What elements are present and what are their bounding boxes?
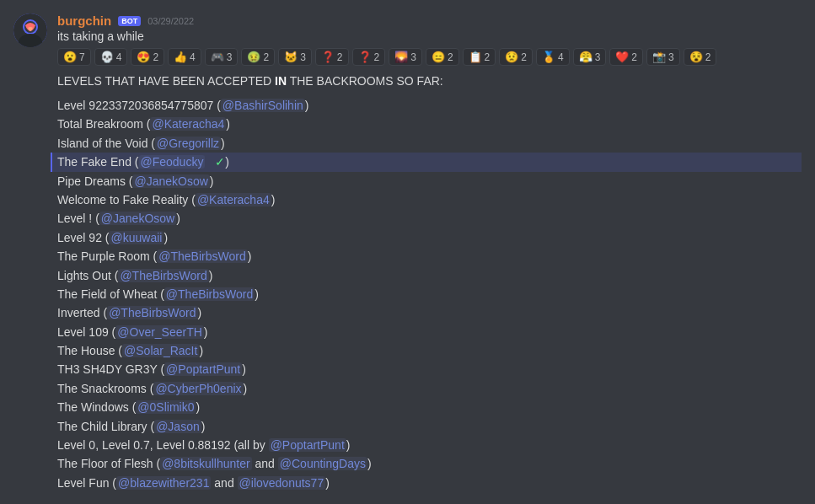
reaction-emoji-14: 😤 bbox=[579, 51, 592, 63]
reaction-15[interactable]: ❤️2 bbox=[609, 48, 643, 66]
levels-header: LEVELS THAT HAVE BEEN ACCEPTED IN THE BA… bbox=[57, 74, 802, 88]
reaction-count-4: 3 bbox=[227, 51, 233, 63]
mention-blazewither231[interactable]: @blazewither231 bbox=[116, 476, 211, 490]
mention-janekosow-1[interactable]: @JanekOsow bbox=[132, 174, 209, 188]
reaction-count-14: 3 bbox=[595, 51, 601, 63]
level-line-1: Total Breakroom (@Kateracha4) bbox=[57, 115, 802, 133]
mention-poptartpunt-1[interactable]: @PoptartPunt bbox=[164, 362, 242, 376]
reaction-14[interactable]: 😤3 bbox=[573, 48, 607, 66]
reaction-emoji-12: 😟 bbox=[505, 51, 518, 63]
reaction-2[interactable]: 😍2 bbox=[131, 48, 164, 66]
mention-feoducky[interactable]: @Feoducky bbox=[139, 155, 206, 169]
mention-thebirbsword-2[interactable]: @TheBirbsWord bbox=[118, 269, 208, 282]
mention-bashirsolihin[interactable]: @BashirSolihin bbox=[221, 99, 305, 112]
reaction-10[interactable]: 😑2 bbox=[426, 48, 459, 66]
subtitle: its taking a while bbox=[57, 29, 802, 43]
level-line-7: Level 92 (@kuuwaii) bbox=[57, 228, 802, 247]
level-line-16: The Windows (@0Slimik0) bbox=[57, 398, 802, 416]
checkmark-icon: ✓ bbox=[212, 155, 225, 169]
reaction-count-0: 7 bbox=[79, 51, 85, 63]
message: burgchin BOT 03/29/2022 its taking a whi… bbox=[0, 0, 815, 504]
reaction-count-6: 3 bbox=[300, 51, 306, 63]
message-header: burgchin BOT 03/29/2022 bbox=[57, 13, 802, 28]
reaction-emoji-4: 🎮 bbox=[211, 51, 224, 63]
timestamp: 03/29/2022 bbox=[147, 16, 194, 26]
reaction-count-1: 4 bbox=[116, 51, 122, 63]
reaction-5[interactable]: 🤢2 bbox=[241, 48, 275, 66]
mention-poptartpunt-2[interactable]: @PoptartPunt bbox=[269, 438, 346, 452]
mention-thebirbsword-4[interactable]: @TheBirbsWord bbox=[107, 306, 197, 319]
level-line-6: Level ! (@JanekOsow) bbox=[57, 209, 802, 228]
reaction-emoji-5: 🤢 bbox=[247, 51, 260, 63]
reaction-count-5: 2 bbox=[263, 51, 269, 63]
level-line-3-highlighted: The Fake End (@Feoducky ✓) bbox=[51, 153, 802, 171]
level-line-15: The Snackrooms (@CyberPh0enix) bbox=[57, 379, 802, 398]
mention-thebirbsword-3[interactable]: @TheBirbsWord bbox=[164, 287, 255, 301]
level-line-19: The Floor of Flesh (@8bitskullhunter and… bbox=[57, 454, 802, 473]
level-line-11: Inverted (@TheBirbsWord) bbox=[57, 303, 802, 322]
level-line-5: Welcome to Fake Reality (@Kateracha4) bbox=[57, 190, 802, 209]
level-line-9: Lights Out (@TheBirbsWord) bbox=[57, 266, 802, 285]
reaction-emoji-8: ❓ bbox=[358, 51, 372, 63]
reaction-11[interactable]: 📋2 bbox=[463, 48, 496, 66]
reaction-emoji-15: ❤️ bbox=[615, 51, 629, 63]
level-line-18: Level 0, Level 0.7, Level 0.88192 (all b… bbox=[57, 436, 802, 454]
avatar bbox=[13, 13, 47, 47]
reaction-6[interactable]: 🐱3 bbox=[278, 48, 312, 66]
level-line-14: TH3 SH4DY GR3Y (@PoptartPunt) bbox=[57, 360, 802, 378]
mention-thebirbsword-1[interactable]: @TheBirbsWord bbox=[157, 249, 247, 263]
levels-section: LEVELS THAT HAVE BEEN ACCEPTED IN THE BA… bbox=[57, 74, 802, 492]
reaction-count-11: 2 bbox=[485, 51, 491, 63]
reaction-emoji-3: 👍 bbox=[174, 51, 187, 63]
mention-8bitskullhunter[interactable]: @8bitskullhunter bbox=[160, 457, 252, 470]
mention-kuuwaii[interactable]: @kuuwaii bbox=[109, 231, 164, 244]
mention-0slimik0[interactable]: @0Slimik0 bbox=[136, 400, 196, 414]
level-line-10: The Field of Wheat (@TheBirbsWord) bbox=[57, 285, 802, 303]
mention-janekosow-2[interactable]: @JanekOsow bbox=[99, 212, 176, 225]
reaction-count-16: 3 bbox=[668, 51, 674, 63]
mention-solarracit[interactable]: @Solar_RacIt bbox=[122, 344, 199, 357]
reaction-3[interactable]: 👍4 bbox=[168, 48, 201, 66]
reaction-count-3: 4 bbox=[190, 51, 196, 63]
reaction-count-17: 2 bbox=[705, 51, 711, 63]
reaction-12[interactable]: 😟2 bbox=[499, 48, 533, 66]
reaction-17[interactable]: 😵2 bbox=[684, 48, 717, 66]
reaction-count-8: 2 bbox=[374, 51, 380, 63]
reaction-7[interactable]: ❓2 bbox=[315, 48, 349, 66]
mention-kateracha4-1[interactable]: @Kateracha4 bbox=[150, 117, 226, 131]
level-line-13: The House (@Solar_RacIt) bbox=[57, 341, 802, 360]
mention-gregorillz[interactable]: @Gregorillz bbox=[155, 137, 221, 150]
reaction-0[interactable]: 😮7 bbox=[57, 48, 91, 66]
level-line-17: The Child Library (@Jason) bbox=[57, 417, 802, 436]
reaction-8[interactable]: ❓2 bbox=[352, 48, 386, 66]
level-line-0: Level 9223372036854775807 (@BashirSolihi… bbox=[57, 96, 802, 115]
mention-kateracha4-2[interactable]: @Kateracha4 bbox=[196, 193, 271, 206]
reaction-emoji-16: 📸 bbox=[652, 51, 666, 63]
reaction-16[interactable]: 📸3 bbox=[646, 48, 680, 66]
mention-jason[interactable]: @Jason bbox=[154, 420, 201, 433]
level-line-20: Level Fun (@blazewither231 and @ilovedon… bbox=[57, 474, 802, 492]
reaction-emoji-0: 😮 bbox=[63, 51, 77, 63]
mention-cyberph0enix[interactable]: @CyberPh0enix bbox=[153, 382, 243, 395]
reaction-emoji-10: 😑 bbox=[432, 51, 445, 63]
username: burgchin bbox=[57, 13, 111, 28]
reaction-9[interactable]: 🌄3 bbox=[389, 48, 422, 66]
reaction-count-2: 2 bbox=[153, 51, 158, 63]
reaction-13[interactable]: 🏅4 bbox=[536, 48, 570, 66]
reaction-emoji-1: 💀 bbox=[100, 51, 114, 63]
reaction-emoji-17: 😵 bbox=[689, 51, 703, 63]
message-content: burgchin BOT 03/29/2022 its taking a whi… bbox=[57, 13, 802, 492]
reaction-emoji-2: 😍 bbox=[137, 51, 150, 63]
mention-ilovedonuts77[interactable]: @ilovedonuts77 bbox=[238, 476, 326, 490]
reaction-count-12: 2 bbox=[521, 51, 527, 63]
reaction-emoji-7: ❓ bbox=[321, 51, 335, 63]
bot-badge: BOT bbox=[118, 16, 141, 26]
mention-countingdays[interactable]: @CountingDays bbox=[278, 457, 367, 470]
level-line-8: The Purple Room (@TheBirbsWord) bbox=[57, 247, 802, 265]
reaction-4[interactable]: 🎮3 bbox=[205, 48, 239, 66]
reaction-emoji-6: 🐱 bbox=[284, 51, 298, 63]
mention-overseerth[interactable]: @Over_SeerTH bbox=[115, 325, 204, 339]
reaction-1[interactable]: 💀4 bbox=[94, 48, 128, 66]
reaction-count-13: 4 bbox=[558, 51, 564, 63]
reaction-emoji-11: 📋 bbox=[469, 51, 482, 63]
